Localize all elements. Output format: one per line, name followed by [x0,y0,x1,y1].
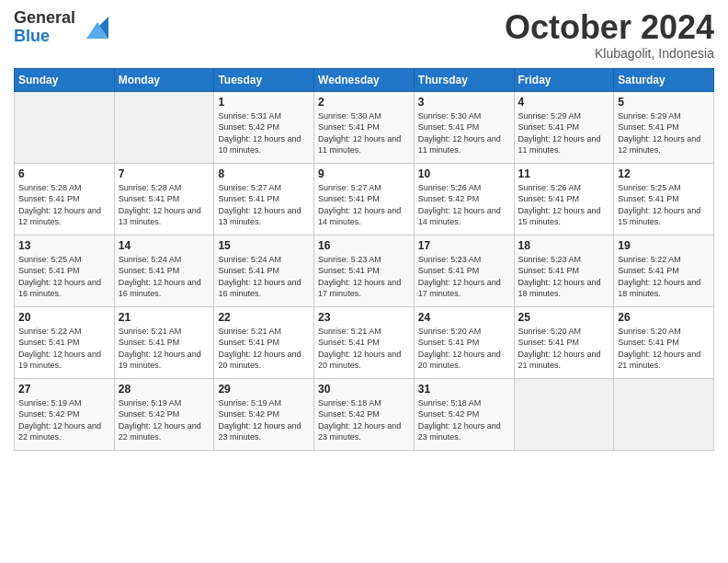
day-number: 23 [318,311,410,324]
day-number: 28 [119,383,210,396]
day-info: Sunrise: 5:29 AMSunset: 5:41 PMDaylight:… [518,110,610,156]
day-number: 1 [218,96,310,109]
day-info: Sunrise: 5:23 AMSunset: 5:41 PMDaylight:… [518,254,610,300]
day-cell: 3Sunrise: 5:30 AMSunset: 5:41 PMDaylight… [414,91,514,163]
day-info: Sunrise: 5:21 AMSunset: 5:41 PMDaylight:… [218,326,310,372]
week-row-3: 20Sunrise: 5:22 AMSunset: 5:41 PMDayligh… [15,306,714,378]
day-cell: 6Sunrise: 5:28 AMSunset: 5:41 PMDaylight… [15,163,115,235]
weekday-header-friday: Friday [514,68,614,91]
day-cell: 20Sunrise: 5:22 AMSunset: 5:41 PMDayligh… [15,306,115,378]
day-info: Sunrise: 5:22 AMSunset: 5:41 PMDaylight:… [618,254,710,300]
day-cell: 26Sunrise: 5:20 AMSunset: 5:41 PMDayligh… [614,306,714,378]
logo-general-text: General [14,9,75,28]
day-cell: 12Sunrise: 5:25 AMSunset: 5:41 PMDayligh… [614,163,714,235]
day-cell: 24Sunrise: 5:20 AMSunset: 5:41 PMDayligh… [414,306,514,378]
day-info: Sunrise: 5:21 AMSunset: 5:41 PMDaylight:… [318,326,410,372]
day-number: 11 [518,167,610,180]
day-info: Sunrise: 5:19 AMSunset: 5:42 PMDaylight:… [218,397,310,443]
day-number: 5 [618,96,710,109]
day-number: 13 [18,239,110,252]
day-number: 29 [218,383,310,396]
day-number: 17 [418,239,510,252]
day-cell [514,378,614,450]
logo: General Blue [14,9,108,46]
day-info: Sunrise: 5:18 AMSunset: 5:42 PMDaylight:… [418,397,510,443]
weekday-header-wednesday: Wednesday [314,68,415,91]
weekday-header-sunday: Sunday [15,68,115,91]
day-info: Sunrise: 5:28 AMSunset: 5:41 PMDaylight:… [119,182,210,228]
day-cell [114,91,214,163]
day-number: 15 [218,239,310,252]
day-info: Sunrise: 5:20 AMSunset: 5:41 PMDaylight:… [518,326,610,372]
day-number: 19 [618,239,710,252]
day-cell [15,91,115,163]
day-info: Sunrise: 5:29 AMSunset: 5:41 PMDaylight:… [618,110,710,156]
week-row-2: 13Sunrise: 5:25 AMSunset: 5:41 PMDayligh… [15,235,714,306]
day-number: 8 [218,167,310,180]
day-cell: 4Sunrise: 5:29 AMSunset: 5:41 PMDaylight… [514,91,614,163]
calendar-body: 1Sunrise: 5:31 AMSunset: 5:42 PMDaylight… [15,91,714,450]
weekday-header-saturday: Saturday [614,68,714,91]
day-info: Sunrise: 5:26 AMSunset: 5:42 PMDaylight:… [418,182,510,228]
week-row-0: 1Sunrise: 5:31 AMSunset: 5:42 PMDaylight… [15,91,714,163]
page: General Blue October 2024 Klubagolit, In… [0,0,728,563]
day-info: Sunrise: 5:27 AMSunset: 5:41 PMDaylight:… [318,182,410,228]
day-info: Sunrise: 5:28 AMSunset: 5:41 PMDaylight:… [18,182,110,228]
day-number: 25 [518,311,610,324]
day-info: Sunrise: 5:30 AMSunset: 5:41 PMDaylight:… [418,110,510,156]
day-number: 9 [318,167,410,180]
day-number: 27 [18,383,110,396]
day-number: 30 [318,383,410,396]
day-cell: 28Sunrise: 5:19 AMSunset: 5:42 PMDayligh… [114,378,214,450]
day-number: 26 [618,311,710,324]
day-cell: 15Sunrise: 5:24 AMSunset: 5:41 PMDayligh… [214,235,314,306]
day-number: 18 [518,239,610,252]
day-cell: 27Sunrise: 5:19 AMSunset: 5:42 PMDayligh… [15,378,115,450]
day-info: Sunrise: 5:19 AMSunset: 5:42 PMDaylight:… [119,397,210,443]
day-info: Sunrise: 5:18 AMSunset: 5:42 PMDaylight:… [318,397,410,443]
day-cell: 16Sunrise: 5:23 AMSunset: 5:41 PMDayligh… [314,235,415,306]
weekday-header-thursday: Thursday [414,68,514,91]
day-number: 10 [418,167,510,180]
day-cell: 5Sunrise: 5:29 AMSunset: 5:41 PMDaylight… [614,91,714,163]
day-info: Sunrise: 5:30 AMSunset: 5:41 PMDaylight:… [318,110,410,156]
weekday-header-monday: Monday [114,68,214,91]
calendar-header: SundayMondayTuesdayWednesdayThursdayFrid… [15,68,714,91]
day-cell: 14Sunrise: 5:24 AMSunset: 5:41 PMDayligh… [114,235,214,306]
day-info: Sunrise: 5:25 AMSunset: 5:41 PMDaylight:… [618,182,710,228]
day-cell: 19Sunrise: 5:22 AMSunset: 5:41 PMDayligh… [614,235,714,306]
day-cell: 11Sunrise: 5:26 AMSunset: 5:41 PMDayligh… [514,163,614,235]
day-info: Sunrise: 5:24 AMSunset: 5:41 PMDaylight:… [218,254,310,300]
day-cell: 23Sunrise: 5:21 AMSunset: 5:41 PMDayligh… [314,306,415,378]
day-number: 21 [119,311,210,324]
title-block: October 2024 Klubagolit, Indonesia [505,9,714,61]
day-cell: 10Sunrise: 5:26 AMSunset: 5:42 PMDayligh… [414,163,514,235]
day-number: 14 [119,239,210,252]
day-cell: 21Sunrise: 5:21 AMSunset: 5:41 PMDayligh… [114,306,214,378]
day-cell: 18Sunrise: 5:23 AMSunset: 5:41 PMDayligh… [514,235,614,306]
location-subtitle: Klubagolit, Indonesia [505,46,714,61]
week-row-1: 6Sunrise: 5:28 AMSunset: 5:41 PMDaylight… [15,163,714,235]
day-cell: 29Sunrise: 5:19 AMSunset: 5:42 PMDayligh… [214,378,314,450]
day-number: 2 [318,96,410,109]
calendar-table: SundayMondayTuesdayWednesdayThursdayFrid… [14,68,714,451]
day-number: 22 [218,311,310,324]
logo-icon [79,13,108,42]
week-row-4: 27Sunrise: 5:19 AMSunset: 5:42 PMDayligh… [15,378,714,450]
day-number: 4 [518,96,610,109]
day-number: 6 [18,167,110,180]
day-cell: 2Sunrise: 5:30 AMSunset: 5:41 PMDaylight… [314,91,415,163]
day-number: 16 [318,239,410,252]
day-info: Sunrise: 5:20 AMSunset: 5:41 PMDaylight:… [418,326,510,372]
day-number: 3 [418,96,510,109]
header: General Blue October 2024 Klubagolit, In… [14,9,714,61]
day-cell: 22Sunrise: 5:21 AMSunset: 5:41 PMDayligh… [214,306,314,378]
day-cell: 31Sunrise: 5:18 AMSunset: 5:42 PMDayligh… [414,378,514,450]
day-info: Sunrise: 5:22 AMSunset: 5:41 PMDaylight:… [18,326,110,372]
day-number: 31 [418,383,510,396]
day-cell: 8Sunrise: 5:27 AMSunset: 5:41 PMDaylight… [214,163,314,235]
day-info: Sunrise: 5:26 AMSunset: 5:41 PMDaylight:… [518,182,610,228]
day-info: Sunrise: 5:21 AMSunset: 5:41 PMDaylight:… [119,326,210,372]
day-cell: 9Sunrise: 5:27 AMSunset: 5:41 PMDaylight… [314,163,415,235]
day-cell: 30Sunrise: 5:18 AMSunset: 5:42 PMDayligh… [314,378,415,450]
